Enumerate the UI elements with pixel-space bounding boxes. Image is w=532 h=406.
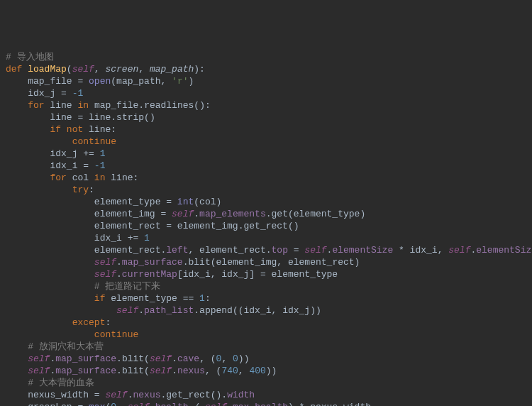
- code-line: element_rect = element_img.get_rect(): [6, 220, 526, 232]
- code-line: nexus_width = self.nexus.get_rect().widt…: [6, 389, 526, 401]
- code-line: idx_j = -1: [6, 87, 526, 99]
- code-line: try:: [6, 184, 526, 196]
- code-line: except:: [6, 317, 526, 329]
- code-line: if element_type == 1:: [6, 292, 526, 304]
- code-line: # 把道路记下来: [6, 280, 526, 292]
- code-editor[interactable]: # 导入地图def loadMap(self, screen, map_path…: [6, 51, 526, 406]
- code-line: self.currentMap[idx_i, idx_j] = element_…: [6, 268, 526, 280]
- code-line: idx_i += 1: [6, 232, 526, 244]
- code-line: for line in map_file.readlines():: [6, 99, 526, 111]
- code-line: if not line:: [6, 124, 526, 136]
- code-line: map_file = open(map_path, 'r'): [6, 75, 526, 87]
- code-line: # 放洞穴和大本营: [6, 341, 526, 353]
- code-line: self.map_surface.blit(self.nexus, (740, …: [6, 365, 526, 377]
- code-line: greenLen = max(0, self.health / self.max…: [6, 401, 526, 406]
- code-line: def loadMap(self, screen, map_path):: [6, 63, 526, 75]
- code-line: continue: [6, 136, 526, 148]
- code-line: idx_i = -1: [6, 160, 526, 172]
- comment: # 导入地图: [6, 52, 54, 62]
- code-line: # 大本营的血条: [6, 377, 526, 389]
- code-line: # 导入地图: [6, 51, 526, 63]
- code-line: line = line.strip(): [6, 111, 526, 124]
- code-line: self.map_surface.blit(self.cave, (0, 0)): [6, 353, 526, 365]
- code-line: for col in line:: [6, 172, 526, 184]
- code-line: self.path_list.append((idx_i, idx_j)): [6, 304, 526, 317]
- code-line: continue: [6, 329, 526, 341]
- code-line: idx_j += 1: [6, 148, 526, 160]
- code-line: element_type = int(col): [6, 196, 526, 208]
- code-line: self.map_surface.blit(element_img, eleme…: [6, 256, 526, 268]
- code-line: element_rect.left, element_rect.top = se…: [6, 244, 526, 256]
- code-line: element_img = self.map_elements.get(elem…: [6, 208, 526, 220]
